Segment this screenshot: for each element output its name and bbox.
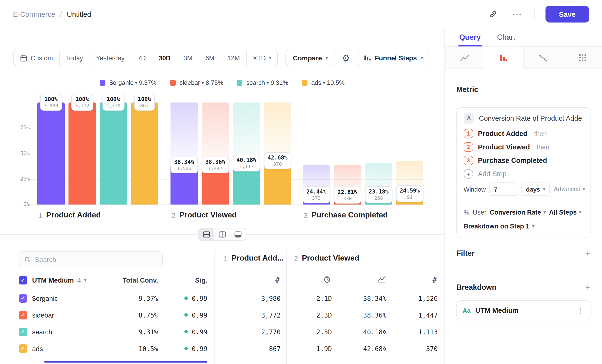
- settings-button[interactable]: ⚙: [342, 53, 350, 64]
- step2-conversion: 38.34%: [363, 294, 387, 302]
- kebab-menu-icon[interactable]: ⋮: [577, 306, 584, 315]
- group-step-name: Product Viewed: [302, 254, 359, 262]
- measure-entity-toggle[interactable]: User: [473, 209, 486, 216]
- view-split-button[interactable]: [199, 228, 214, 240]
- range-tab-3m[interactable]: 3M: [177, 50, 199, 66]
- sig-number: 0.99: [192, 328, 207, 335]
- funnel-bar-sidebar-step1[interactable]: [68, 103, 96, 204]
- legend-color-chip: [237, 80, 243, 86]
- row-checkbox[interactable]: ✓: [19, 294, 27, 302]
- step2-avg-time: 1.9D: [316, 345, 332, 352]
- range-tab-label: Today: [66, 54, 83, 62]
- range-tab-7d[interactable]: 7D: [131, 50, 152, 66]
- step-connector-label: then: [534, 130, 547, 137]
- retention-chart-tab[interactable]: [524, 47, 563, 69]
- measure-scope-dropdown[interactable]: All Steps ▾: [549, 209, 581, 216]
- more-options-button[interactable]: ⋯: [511, 7, 524, 21]
- breadcrumb-current[interactable]: Untitled: [67, 10, 91, 18]
- chart-legend: $organic • 9.37%sidebar • 8.75%search • …: [0, 79, 444, 86]
- range-tab-6m[interactable]: 6M: [199, 50, 221, 66]
- total-conv-value: 9.31%: [139, 328, 158, 335]
- share-link-button[interactable]: [487, 7, 500, 21]
- add-filter-button[interactable]: +: [585, 249, 591, 258]
- range-tab-30d[interactable]: 30D: [152, 50, 177, 66]
- legend-item-organic[interactable]: $organic • 9.37%: [100, 79, 157, 86]
- bar-count: 373: [306, 195, 326, 201]
- range-tab-today[interactable]: Today: [60, 50, 90, 66]
- table-row-sidebar[interactable]: ✓sidebar8.75%0.993,7722.3D38.36%1,447: [0, 307, 444, 323]
- add-breakdown-button[interactable]: +: [585, 283, 591, 292]
- query-panel: Query Chart: [444, 28, 602, 364]
- conversion-column-icon: [377, 276, 386, 285]
- view-bottom-button[interactable]: [230, 228, 246, 240]
- chevron-down-icon: ▾: [269, 56, 271, 60]
- breakdown-on-step-dropdown[interactable]: Breakdown on Step 1 ▾: [463, 220, 583, 232]
- chevron-down-icon: ▾: [532, 224, 535, 228]
- tab-chart[interactable]: Chart: [497, 28, 515, 46]
- row-checkbox[interactable]: ✓: [19, 310, 27, 319]
- bar-value-label: 24.59%91: [396, 185, 423, 202]
- advanced-label: Advanced: [554, 186, 580, 193]
- table-row-organic[interactable]: ✓$organic9.37%0.993,9802.1D38.34%1,526: [0, 290, 444, 307]
- range-tab-xtd[interactable]: XTD▾: [247, 50, 278, 66]
- compare-button[interactable]: Compare ▾: [286, 50, 335, 66]
- row-checkbox-cell: ✓: [19, 310, 27, 319]
- legend-item-ads[interactable]: ads • 10.5%: [302, 79, 344, 86]
- table-group-header-step2: 2 Product Viewed: [294, 254, 359, 262]
- range-tab-12m[interactable]: 12M: [221, 50, 247, 66]
- search-input[interactable]: [35, 256, 157, 263]
- table-row-ads[interactable]: ✓ads10.5%0.998671.9D42.68%370: [0, 340, 444, 357]
- legend-color-chip: [302, 80, 307, 86]
- breakdown-column-label: UTM Medium: [32, 276, 74, 284]
- metric-step-1[interactable]: 1Product Addedthen: [463, 127, 583, 140]
- legend-label: ads • 10.5%: [311, 79, 344, 86]
- step-number-badge: 1: [463, 129, 473, 139]
- window-value-input[interactable]: [490, 182, 517, 196]
- breakdown-item-label: UTM Medium: [475, 307, 518, 314]
- legend-item-sidebar[interactable]: sidebar • 8.75%: [170, 79, 223, 86]
- row-checkbox[interactable]: ✓: [19, 344, 27, 353]
- table-row-search[interactable]: ✓search9.31%0.992,7702.3D40.18%1,113: [0, 323, 444, 340]
- breakdown-table: 1 Product Add... 2 Product Viewed ✓ UTM …: [0, 249, 444, 364]
- funnel-chart-tab[interactable]: [484, 47, 524, 69]
- step-name: Purchase Completed: [312, 211, 388, 219]
- chevron-down-icon: ▾: [421, 56, 423, 60]
- funnel-bar-ads-step1[interactable]: [131, 103, 158, 204]
- window-unit-select[interactable]: days ▾: [521, 182, 550, 196]
- advanced-toggle[interactable]: Advanced ▾: [554, 186, 585, 193]
- legend-item-search[interactable]: search • 9.31%: [237, 79, 288, 86]
- chevron-down-icon: ▾: [544, 210, 546, 214]
- range-tab-label: 3M: [183, 54, 193, 62]
- add-step-button[interactable]: + Add Step: [463, 167, 583, 181]
- range-tab-yesterday[interactable]: Yesterday: [90, 50, 131, 66]
- step2-avg-time: 2.3D: [316, 311, 332, 319]
- horizontal-scrollbar-thumb[interactable]: [44, 361, 207, 363]
- funnel-bar-search-step1[interactable]: [100, 103, 127, 204]
- chart-type-label: Funnel Steps: [375, 54, 417, 62]
- range-tab-custom[interactable]: Custom: [14, 50, 60, 66]
- more-charts-tab[interactable]: [563, 47, 602, 69]
- gear-icon: ⚙: [342, 53, 350, 63]
- legend-label: $organic • 9.37%: [109, 79, 157, 86]
- chevron-down-icon: ▾: [84, 278, 86, 282]
- breakdown-column-header[interactable]: UTM Medium 4 ▾: [32, 276, 86, 284]
- metric-step-2[interactable]: 2Product Viewedthen: [463, 140, 583, 154]
- breakdown-item[interactable]: Aa UTM Medium ⋮: [456, 300, 591, 321]
- breadcrumb-root[interactable]: E-Commerce: [13, 10, 55, 18]
- row-checkbox[interactable]: ✓: [19, 327, 27, 336]
- sig-number: 0.99: [192, 311, 207, 319]
- row-checkbox-cell: ✓: [19, 344, 27, 353]
- select-all-checkbox[interactable]: ✓: [19, 276, 27, 285]
- line-chart-tab[interactable]: [445, 47, 484, 69]
- link-icon: [489, 10, 497, 18]
- chart-type-button[interactable]: Funnel Steps ▾: [356, 50, 430, 66]
- table-search[interactable]: [19, 251, 163, 267]
- tab-query[interactable]: Query: [459, 28, 481, 46]
- bar-value-label: 100%867: [134, 94, 155, 111]
- save-button[interactable]: Save: [546, 6, 589, 22]
- funnel-bar-organic-step1[interactable]: [37, 103, 65, 204]
- view-columns-button[interactable]: [214, 228, 230, 240]
- metric-step-3[interactable]: 3Purchase Completed: [463, 154, 583, 167]
- measure-type-dropdown[interactable]: Conversion Rate ▾: [490, 209, 546, 216]
- metric-title-row[interactable]: A Conversion Rate of Product Adde...: [463, 114, 583, 123]
